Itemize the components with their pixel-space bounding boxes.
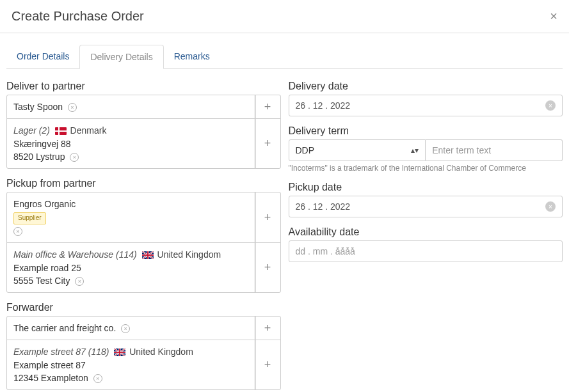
delivery-term-label: Delivery term (289, 125, 563, 137)
add-forwarder-address-button[interactable]: + (255, 340, 280, 389)
uk-flag-icon (142, 251, 154, 259)
tab-remarks[interactable]: Remarks (164, 45, 220, 68)
forwarder-address-street: Example street 87 (13, 359, 248, 372)
denmark-flag-icon (55, 127, 67, 135)
availability-date-placeholder: dd . mm . åååå (296, 246, 556, 256)
uk-flag-icon (114, 349, 125, 356)
tab-delivery-details[interactable]: Delivery Details (79, 45, 163, 69)
chevron-updown-icon: ▴▾ (411, 146, 419, 155)
deliver-address-street: Skæringvej 88 (13, 137, 248, 150)
forwarder-address-name: Example street 87 (118) (13, 347, 109, 357)
forwarder-address-country: United Kingdom (129, 347, 193, 357)
deliver-address-name: Lager (2) (13, 125, 50, 136)
svg-rect-7 (142, 255, 154, 256)
add-pickup-address-button[interactable]: + (255, 243, 280, 292)
delivery-term-selected: DDP (296, 145, 315, 155)
pickup-date-label: Pickup date (289, 182, 563, 193)
svg-rect-12 (114, 352, 125, 354)
supplier-badge: Supplier (13, 212, 46, 224)
incoterms-note: "Incoterms" is a trademark of the Intern… (289, 164, 563, 173)
add-deliver-partner-button[interactable]: + (255, 95, 280, 118)
add-forwarder-partner-button[interactable]: + (255, 317, 280, 340)
pickup-date-input[interactable]: 26 . 12 . 2022 × (289, 196, 563, 217)
pickup-address-country: United Kingdom (157, 249, 221, 260)
add-pickup-partner-button[interactable]: + (255, 192, 280, 242)
forwarder-label: Forwarder (6, 302, 281, 313)
pickup-from-label: Pickup from partner (6, 178, 281, 189)
deliver-address-country: Denmark (70, 125, 107, 136)
close-icon[interactable]: × (550, 9, 557, 24)
deliver-address-city: 8520 Lystrup (13, 152, 65, 162)
clear-forwarder-address-icon[interactable]: × (93, 374, 102, 383)
tab-order-details[interactable]: Order Details (6, 45, 79, 68)
modal-title: Create Purchase Order (12, 9, 144, 24)
delivery-term-text-input[interactable]: Enter term text (426, 139, 563, 161)
forwarder-partner-name: The carrier and freight co. (13, 323, 116, 333)
pickup-address-street: Example road 25 (13, 262, 248, 274)
delivery-date-input[interactable]: 26 . 12 . 2022 × (289, 95, 563, 116)
clear-pickup-partner-icon[interactable]: × (13, 227, 22, 236)
forwarder-address-city: 12345 Exampleton (13, 373, 88, 383)
add-deliver-address-button[interactable]: + (255, 119, 280, 168)
availability-date-label: Availability date (289, 226, 563, 238)
clear-deliver-partner-icon[interactable]: × (68, 103, 77, 112)
delivery-date-value: 26 . 12 . 2022 (296, 100, 546, 111)
tab-bar: Order Details Delivery Details Remarks (6, 45, 563, 69)
delivery-date-label: Delivery date (289, 81, 563, 92)
clear-deliver-address-icon[interactable]: × (70, 153, 79, 162)
pickup-partner-name: Engros Organic (13, 198, 248, 210)
delivery-term-select[interactable]: DDP ▴▾ (289, 139, 426, 161)
clear-pickup-date-icon[interactable]: × (545, 201, 556, 212)
availability-date-input[interactable]: dd . mm . åååå (289, 240, 563, 262)
deliver-to-label: Deliver to partner (6, 81, 281, 92)
clear-pickup-address-icon[interactable]: × (75, 277, 84, 286)
deliver-to-partner-name: Tasty Spoon (13, 102, 63, 112)
pickup-address-name: Main office & Warehouse (114) (13, 249, 137, 260)
clear-delivery-date-icon[interactable]: × (545, 100, 556, 111)
pickup-address-city: 5555 Test City (13, 276, 70, 286)
clear-forwarder-partner-icon[interactable]: × (121, 324, 130, 333)
pickup-date-value: 26 . 12 . 2022 (296, 201, 546, 212)
divider (0, 33, 569, 33)
svg-rect-2 (55, 130, 67, 132)
